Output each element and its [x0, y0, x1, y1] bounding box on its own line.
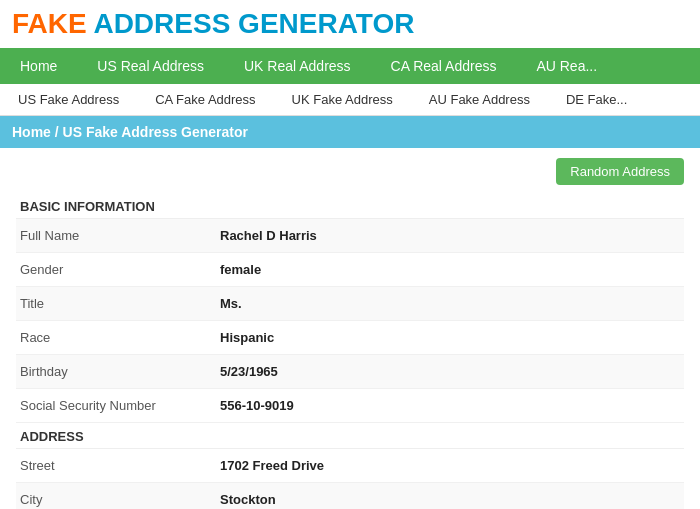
info-label: Gender [20, 262, 220, 277]
nav2-de-fake[interactable]: DE Fake... [548, 84, 645, 115]
nav1-us-real[interactable]: US Real Address [77, 48, 224, 84]
nav1-ca-real[interactable]: CA Real Address [371, 48, 517, 84]
nav2-au-fake[interactable]: AU Fake Address [411, 84, 548, 115]
info-label: Race [20, 330, 220, 345]
table-row: CityStockton [16, 483, 684, 509]
table-row: Genderfemale [16, 253, 684, 287]
nav2-us-fake[interactable]: US Fake Address [0, 84, 137, 115]
section-heading: ADDRESS [16, 423, 684, 449]
table-row: Social Security Number556-10-9019 [16, 389, 684, 423]
section-heading: BASIC INFORMATION [16, 193, 684, 219]
table-row: RaceHispanic [16, 321, 684, 355]
info-value: female [220, 262, 261, 277]
breadcrumb: Home / US Fake Address Generator [0, 116, 700, 148]
primary-nav: Home US Real Address UK Real Address CA … [0, 48, 700, 84]
info-label: Social Security Number [20, 398, 220, 413]
table-row: TitleMs. [16, 287, 684, 321]
secondary-nav: US Fake Address CA Fake Address UK Fake … [0, 84, 700, 116]
breadcrumb-home[interactable]: Home [12, 124, 51, 140]
table-row: Street1702 Freed Drive [16, 449, 684, 483]
nav1-home[interactable]: Home [0, 48, 77, 84]
info-label: Full Name [20, 228, 220, 243]
info-value: Ms. [220, 296, 242, 311]
info-value: 5/23/1965 [220, 364, 278, 379]
info-value: Stockton [220, 492, 276, 507]
nav2-ca-fake[interactable]: CA Fake Address [137, 84, 273, 115]
info-value: Rachel D Harris [220, 228, 317, 243]
nav1-au-real[interactable]: AU Rea... [516, 48, 617, 84]
toolbar-row: Random Address [16, 158, 684, 185]
breadcrumb-separator: / [51, 124, 63, 140]
info-value: 556-10-9019 [220, 398, 294, 413]
header: FAKE ADDRESS GENERATOR [0, 0, 700, 48]
sections-container: BASIC INFORMATIONFull NameRachel D Harri… [16, 193, 684, 509]
info-label: Title [20, 296, 220, 311]
info-label: Birthday [20, 364, 220, 379]
breadcrumb-current: US Fake Address Generator [63, 124, 248, 140]
table-row: Full NameRachel D Harris [16, 219, 684, 253]
info-value: Hispanic [220, 330, 274, 345]
info-label: City [20, 492, 220, 507]
table-row: Birthday5/23/1965 [16, 355, 684, 389]
logo-fake: FAKE [12, 8, 87, 39]
logo-rest: ADDRESS GENERATOR [87, 8, 415, 39]
nav1-uk-real[interactable]: UK Real Address [224, 48, 371, 84]
logo: FAKE ADDRESS GENERATOR [12, 8, 688, 40]
nav2-uk-fake[interactable]: UK Fake Address [274, 84, 411, 115]
content-area: Random Address BASIC INFORMATIONFull Nam… [0, 148, 700, 509]
random-address-button[interactable]: Random Address [556, 158, 684, 185]
info-value: 1702 Freed Drive [220, 458, 324, 473]
info-label: Street [20, 458, 220, 473]
